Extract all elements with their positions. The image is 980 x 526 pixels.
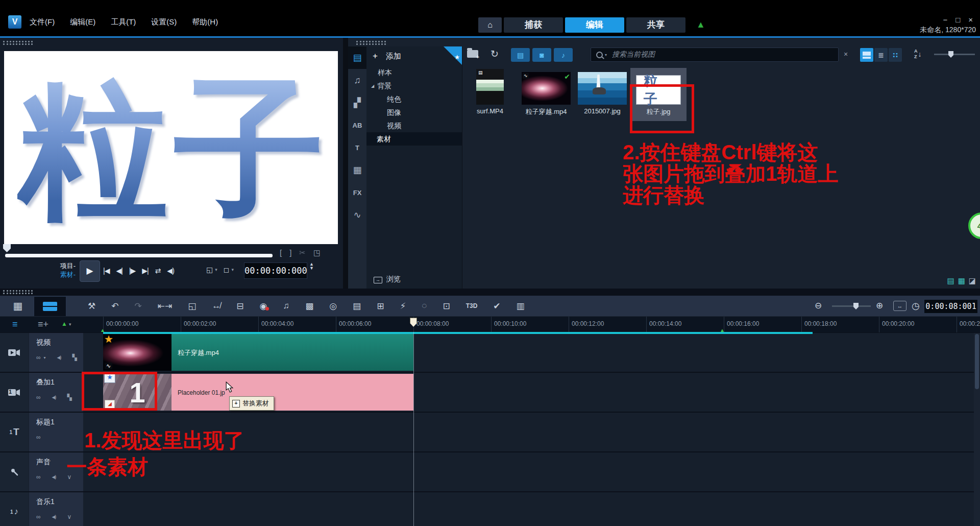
home-button[interactable]: |◀ xyxy=(103,267,109,275)
link-icon[interactable]: ∞ xyxy=(36,473,41,481)
options-panel-icon[interactable]: ◪ xyxy=(969,276,976,285)
browse-button[interactable]: →浏览 xyxy=(366,275,469,287)
close-button[interactable]: × xyxy=(968,15,973,24)
menu-item[interactable]: 设置(S) xyxy=(151,17,177,27)
thumbnail-size-slider[interactable] xyxy=(934,54,975,55)
add-track-icon[interactable]: ≡+ xyxy=(38,319,48,330)
audio-library-icon[interactable]: ♫ xyxy=(348,69,366,91)
timeline-zoom-slider[interactable] xyxy=(832,305,871,307)
mute-icon[interactable]: ◀) xyxy=(52,474,56,480)
menu-item[interactable]: 工具(T) xyxy=(111,17,136,27)
overlay-track-icon[interactable]: 1 xyxy=(0,373,29,412)
motion-path-icon[interactable]: ∿ xyxy=(348,204,366,226)
tree-item-image[interactable]: 图像 xyxy=(366,106,462,119)
library-panel-icon[interactable]: ▤ xyxy=(947,276,954,285)
mark-out-icon[interactable]: ] xyxy=(289,248,291,257)
tree-item-sample[interactable]: 样本 xyxy=(366,66,462,79)
filter-audio-button[interactable]: ♪ xyxy=(554,48,573,62)
project-mode-label[interactable]: 项目- xyxy=(44,261,76,270)
tree-item-video[interactable]: 视频 xyxy=(366,119,462,132)
tab-capture[interactable]: 捕获 xyxy=(504,17,563,33)
tree-item-background[interactable]: ◢背景 xyxy=(366,79,462,92)
spin-down-icon[interactable]: ▼ xyxy=(309,266,314,270)
grid-panel-icon[interactable]: ▦ xyxy=(958,276,965,285)
slider-handle[interactable] xyxy=(853,303,859,309)
slider-handle[interactable] xyxy=(948,51,953,58)
tab-home[interactable]: ⌂ xyxy=(478,17,502,33)
thumbnail-view-button[interactable] xyxy=(860,48,873,62)
resize-preview-icon[interactable]: ◻ xyxy=(224,266,230,274)
timeline-timecode[interactable]: 0:00:08:001 xyxy=(924,299,978,314)
clip-mode-label[interactable]: 素材- xyxy=(44,270,76,279)
voice-track-icon[interactable] xyxy=(0,452,29,491)
link-icon[interactable]: ∞ xyxy=(36,513,41,520)
zoom-in-icon[interactable]: ⊕ xyxy=(876,300,883,311)
zoom-out-icon[interactable]: ⊖ xyxy=(815,300,822,311)
filter-library-icon[interactable]: FX xyxy=(348,181,366,204)
prev-frame-button[interactable]: ◀| xyxy=(116,267,122,275)
duration-clock-icon[interactable]: ◷ xyxy=(912,300,920,312)
link-icon[interactable]: ∞ xyxy=(36,354,41,361)
timecode-spinner[interactable]: ▲ ▼ xyxy=(309,262,314,270)
fit-timeline-icon[interactable]: ↔ xyxy=(893,301,906,311)
timeline-ruler[interactable]: ≡ ≡+ ▲▾ 00:00:00:0000:00:02:0000:00:04:0… xyxy=(0,316,980,332)
sort-button[interactable]: AZ ↓ xyxy=(914,49,922,60)
search-input[interactable]: ▾ 搜索当前视图 xyxy=(591,47,839,62)
link-icon[interactable]: ∞ xyxy=(36,434,41,441)
mute-icon[interactable]: ◀) xyxy=(52,514,56,519)
tree-item-material[interactable]: 素材 xyxy=(366,132,462,146)
import-folder-icon[interactable] xyxy=(467,50,478,58)
split-icon[interactable]: ✂ xyxy=(299,248,306,257)
overlay-track-header[interactable]: 叠加1 ∞ ◀) ▚ xyxy=(29,373,83,412)
media-library-icon[interactable]: ▤ xyxy=(348,46,366,69)
track-manager-icon[interactable]: ≡ xyxy=(12,319,18,330)
mute-icon[interactable]: ◀) xyxy=(57,355,61,360)
scrollbar-thumb[interactable] xyxy=(975,334,979,389)
mute-icon[interactable]: ◀) xyxy=(52,395,56,400)
preview-timecode[interactable]: 00:00:00:000 xyxy=(244,262,307,279)
music-track-header[interactable]: 音乐1 ∞ ◀) ∨ xyxy=(29,492,83,526)
panel-drag-handle[interactable] xyxy=(356,41,386,45)
panel-drag-handle[interactable] xyxy=(3,290,33,294)
tree-item-solid-color[interactable]: 纯色 xyxy=(366,92,462,106)
panel-drag-handle[interactable] xyxy=(3,41,33,45)
snapshot-icon[interactable]: ◳ xyxy=(313,248,321,257)
timeline-scrollbar[interactable] xyxy=(974,333,980,526)
scrubber-handle[interactable] xyxy=(3,244,11,252)
ab-transition-icon[interactable]: AB xyxy=(348,114,366,136)
enlarge-preview-icon[interactable]: ◱ xyxy=(206,266,213,274)
menu-item[interactable]: 文件(F) xyxy=(30,17,55,27)
repeat-button[interactable]: ⇄ xyxy=(155,267,161,275)
link-icon[interactable]: ∞ xyxy=(36,394,41,401)
video-track-icon[interactable] xyxy=(0,333,29,372)
transition-library-icon[interactable]: ▞ xyxy=(348,91,366,114)
minimize-button[interactable]: − xyxy=(943,15,947,24)
menu-item[interactable]: 帮助(H) xyxy=(192,17,218,27)
media-item-surf[interactable]: ▤ surf.MP4 xyxy=(462,68,518,121)
menu-item[interactable]: 编辑(E) xyxy=(70,17,95,27)
tab-edit[interactable]: 编辑 xyxy=(565,17,624,33)
title-track-header[interactable]: 标题1 ∞ xyxy=(29,413,83,451)
tab-share[interactable]: 共享 xyxy=(626,17,685,33)
collapse-chevron-icon[interactable]: ∨ xyxy=(67,513,71,520)
transparency-icon[interactable]: ▚ xyxy=(67,394,71,401)
panel-divider[interactable] xyxy=(343,38,348,289)
media-item-particle[interactable]: ∿ ✔ 粒子穿越.mp4 xyxy=(518,68,574,121)
mark-in-icon[interactable]: [ xyxy=(280,248,282,257)
title-library-icon[interactable]: T xyxy=(348,136,366,159)
title-track-icon[interactable]: 1T xyxy=(0,413,29,451)
next-frame-button[interactable]: |▶ xyxy=(129,267,135,275)
list-view-button[interactable]: ≣ xyxy=(874,48,888,62)
graphic-library-icon[interactable]: ▦ xyxy=(348,159,366,181)
play-button[interactable]: ▶ xyxy=(80,260,100,282)
volume-button[interactable]: ◀) xyxy=(167,267,174,275)
scrubber-bar[interactable] xyxy=(5,254,273,257)
transparency-icon[interactable]: ▚ xyxy=(72,354,77,361)
media-item-lighthouse[interactable]: 2015007.jpg xyxy=(574,68,630,121)
video-clip[interactable]: ★ ∿ 粒子穿越.mp4 xyxy=(103,334,413,371)
export-arrow-icon[interactable]: ▲ xyxy=(696,19,705,30)
expand-icon[interactable]: ◢ xyxy=(371,84,374,88)
end-button[interactable]: ▶| xyxy=(142,267,148,275)
video-track-header[interactable]: 视频 ∞▾ ◀) ▚ xyxy=(29,333,83,372)
sync-icon[interactable]: ↻ xyxy=(491,48,499,60)
